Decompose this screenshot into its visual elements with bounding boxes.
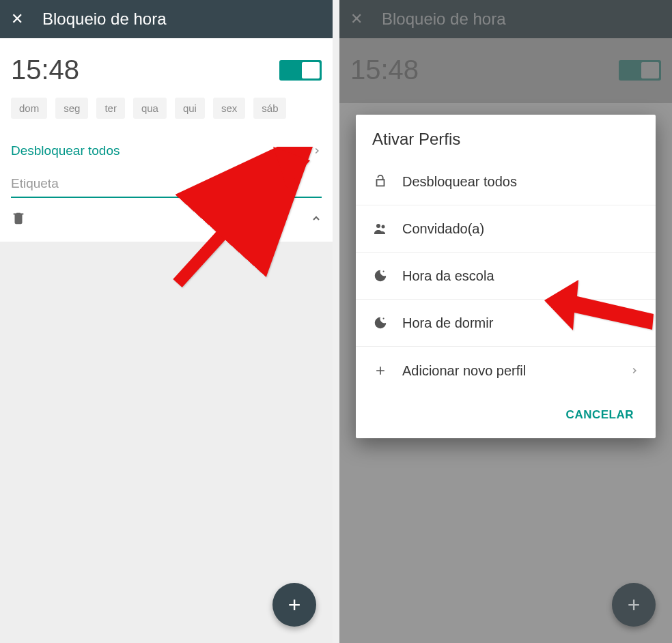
dialog-item-label: Adicionar novo perfil bbox=[402, 363, 616, 379]
moon-icon bbox=[372, 268, 389, 284]
dialog-item-add-profile[interactable]: Adicionar novo perfil bbox=[356, 347, 656, 395]
screen-right: ✕ Bloqueio de hora 15:48 Ativar Perfis D… bbox=[339, 0, 672, 643]
svg-point-6 bbox=[382, 317, 384, 319]
plus-icon bbox=[372, 362, 389, 379]
fab-add[interactable]: + bbox=[272, 583, 316, 627]
fab-add: + bbox=[612, 583, 656, 627]
toggle-knob bbox=[302, 62, 320, 78]
etiqueta-input[interactable] bbox=[11, 176, 322, 191]
cancel-button[interactable]: CANCELAR bbox=[558, 403, 642, 427]
dialog-actions: CANCELAR bbox=[356, 395, 656, 438]
dialog-item-unlock-all[interactable]: Desbloquear todos bbox=[356, 158, 656, 205]
profile-label: Desbloquear todos bbox=[11, 143, 120, 158]
day-dom[interactable]: dom bbox=[11, 98, 47, 119]
appbar: ✕ Bloqueio de hora bbox=[0, 0, 333, 38]
profile-selector[interactable]: Desbloquear todos bbox=[11, 132, 322, 169]
appbar-title: Bloqueio de hora bbox=[42, 10, 166, 29]
moon-icon bbox=[372, 315, 389, 331]
dialog-item-label: Hora da escola bbox=[402, 268, 639, 284]
dialog-item-school-time[interactable]: Hora da escola bbox=[356, 253, 656, 300]
plus-icon: + bbox=[628, 592, 641, 618]
trash-icon[interactable] bbox=[11, 210, 26, 228]
dialog-item-sleep-time[interactable]: Hora de dormir bbox=[356, 300, 656, 347]
plus-icon: + bbox=[288, 592, 301, 618]
people-icon bbox=[372, 220, 389, 237]
svg-point-3 bbox=[376, 224, 380, 228]
dialog-item-label: Convidado(a) bbox=[402, 221, 639, 237]
chevron-right-icon bbox=[312, 142, 322, 160]
dialog-item-label: Desbloquear todos bbox=[402, 174, 639, 190]
content-panel: 15:48 dom seg ter qua qui sex sáb Desblo… bbox=[0, 38, 333, 242]
unlock-icon bbox=[372, 173, 389, 190]
close-icon[interactable]: ✕ bbox=[11, 10, 23, 28]
svg-point-4 bbox=[382, 225, 385, 229]
day-sex[interactable]: sex bbox=[213, 98, 245, 119]
activate-profiles-dialog: Ativar Perfis Desbloquear todos Convidad… bbox=[356, 115, 656, 438]
day-sab[interactable]: sáb bbox=[253, 98, 286, 119]
enable-toggle[interactable] bbox=[279, 60, 322, 81]
day-seg[interactable]: seg bbox=[55, 98, 88, 119]
chevron-right-icon bbox=[630, 362, 639, 380]
time-row: 15:48 bbox=[11, 45, 322, 98]
time-display[interactable]: 15:48 bbox=[11, 55, 79, 85]
day-qui[interactable]: qui bbox=[175, 98, 205, 119]
chevron-up-icon[interactable] bbox=[311, 212, 322, 227]
dialog-item-guest[interactable]: Convidado(a) bbox=[356, 205, 656, 253]
dialog-title: Ativar Perfis bbox=[356, 115, 656, 158]
svg-point-5 bbox=[382, 270, 384, 272]
etiqueta-field bbox=[11, 169, 322, 198]
dialog-item-label: Hora de dormir bbox=[402, 315, 639, 331]
days-selector: dom seg ter qua qui sex sáb bbox=[11, 98, 322, 132]
day-qua[interactable]: qua bbox=[133, 98, 167, 119]
day-ter[interactable]: ter bbox=[96, 98, 125, 119]
screen-left: ✕ Bloqueio de hora 15:48 dom seg ter qua… bbox=[0, 0, 333, 643]
actions-row bbox=[11, 198, 322, 236]
